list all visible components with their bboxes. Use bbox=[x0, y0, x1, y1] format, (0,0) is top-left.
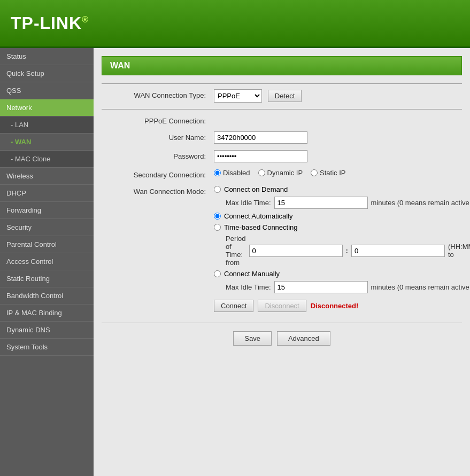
sidebar-item-dhcp[interactable]: DHCP bbox=[0, 185, 94, 202]
wan-connection-type-label: WAN Connection Type: bbox=[107, 89, 214, 99]
username-row: User Name: bbox=[102, 131, 462, 144]
max-idle-time-row-2: Max Idle Time: minutes (0 means remain a… bbox=[226, 281, 470, 293]
sidebar-item-forwarding[interactable]: Forwarding bbox=[0, 202, 94, 219]
connect-manually-radio[interactable] bbox=[214, 270, 221, 277]
sidebar-item-ip-mac-binding[interactable]: IP & MAC Binding bbox=[0, 305, 94, 322]
sidebar-item-dynamic-dns[interactable]: Dynamic DNS bbox=[0, 322, 94, 339]
header: TP-LINK® bbox=[0, 0, 470, 48]
password-input[interactable] bbox=[214, 150, 307, 162]
sidebar: Status Quick Setup QSS Network - LAN - W… bbox=[0, 48, 94, 476]
wan-connection-type-field: PPPoE Detect bbox=[214, 89, 457, 103]
password-label: Password: bbox=[107, 150, 214, 160]
wan-connection-type-select[interactable]: PPPoE bbox=[214, 89, 262, 103]
advanced-button[interactable]: Advanced bbox=[277, 331, 330, 346]
colon-1: : bbox=[346, 247, 348, 255]
sidebar-item-wireless[interactable]: Wireless bbox=[0, 168, 94, 185]
max-idle-time-row-1: Max Idle Time: minutes (0 means remain a… bbox=[226, 197, 470, 209]
sidebar-item-security[interactable]: Security bbox=[0, 219, 94, 236]
secondary-dynamic-radio[interactable] bbox=[258, 169, 265, 176]
top-divider bbox=[102, 83, 462, 84]
secondary-connection-row: Secondary Connection: Disabled Dynamic I… bbox=[102, 169, 462, 179]
wan-connection-mode-label: Wan Connection Mode: bbox=[107, 185, 214, 196]
username-input[interactable] bbox=[214, 131, 307, 144]
time-based-radio[interactable] bbox=[214, 224, 221, 231]
secondary-dynamic-option: Dynamic IP bbox=[258, 169, 303, 177]
max-idle-time-label-1: Max Idle Time: bbox=[226, 199, 271, 207]
pppoe-connection-label: PPPoE Connection: bbox=[107, 115, 214, 125]
connect-manually-label[interactable]: Connect Manually bbox=[224, 270, 280, 278]
secondary-connection-label: Secondary Connection: bbox=[107, 169, 214, 179]
logo-symbol: ® bbox=[82, 15, 89, 24]
secondary-static-option: Static IP bbox=[311, 169, 345, 177]
period-label: Period of Time: from bbox=[226, 235, 246, 267]
sidebar-item-access-control[interactable]: Access Control bbox=[0, 253, 94, 270]
max-idle-time-input-2[interactable] bbox=[274, 281, 368, 293]
sidebar-item-quick-setup[interactable]: Quick Setup bbox=[0, 65, 94, 82]
secondary-connection-radio-group: Disabled Dynamic IP Static IP bbox=[214, 169, 457, 177]
connect-automatically-radio[interactable] bbox=[214, 213, 221, 220]
sidebar-item-bandwidth-control[interactable]: Bandwidth Control bbox=[0, 287, 94, 305]
connect-automatically-row: Connect Automatically bbox=[214, 212, 470, 220]
sidebar-item-mac-clone[interactable]: - MAC Clone bbox=[0, 151, 94, 168]
content-area: WAN WAN Connection Type: PPPoE Detect PP… bbox=[94, 48, 470, 476]
sidebar-item-wan[interactable]: - WAN bbox=[0, 134, 94, 151]
secondary-connection-field: Disabled Dynamic IP Static IP bbox=[214, 169, 457, 177]
password-row: Password: bbox=[102, 150, 462, 162]
max-idle-time-input-1[interactable] bbox=[274, 197, 368, 209]
save-button[interactable]: Save bbox=[233, 331, 272, 346]
page-title: WAN bbox=[102, 56, 462, 75]
mid-divider bbox=[102, 109, 462, 110]
sidebar-item-lan[interactable]: - LAN bbox=[0, 116, 94, 134]
time-from-m-input[interactable] bbox=[351, 245, 445, 257]
hhmm-label-1: (HH:MM) to bbox=[448, 243, 470, 259]
time-based-row: Time-based Connecting bbox=[214, 223, 470, 231]
time-based-label[interactable]: Time-based Connecting bbox=[224, 223, 298, 231]
username-field bbox=[214, 131, 457, 144]
period-of-time-row: Period of Time: from : (HH:MM) to : (HH:… bbox=[226, 235, 470, 267]
pppoe-connection-row: PPPoE Connection: bbox=[102, 115, 462, 125]
connect-manually-row: Connect Manually bbox=[214, 270, 470, 278]
connection-mode-block: Connect on Demand Max Idle Time: minutes… bbox=[214, 185, 470, 312]
connect-on-demand-label[interactable]: Connect on Demand bbox=[224, 185, 288, 193]
sidebar-item-system-tools[interactable]: System Tools bbox=[0, 339, 94, 356]
logo: TP-LINK® bbox=[11, 13, 89, 33]
connect-button[interactable]: Connect bbox=[214, 300, 253, 312]
sidebar-item-qss[interactable]: QSS bbox=[0, 82, 94, 99]
max-idle-time-suffix-1: minutes (0 means remain active at all ti… bbox=[371, 199, 470, 207]
wan-connection-mode-field: Connect on Demand Max Idle Time: minutes… bbox=[214, 185, 470, 312]
detect-button[interactable]: Detect bbox=[268, 90, 302, 102]
secondary-disabled-radio[interactable] bbox=[214, 169, 221, 176]
wan-connection-type-row: WAN Connection Type: PPPoE Detect bbox=[102, 89, 462, 103]
main-layout: Status Quick Setup QSS Network - LAN - W… bbox=[0, 48, 470, 476]
connect-on-demand-row: Connect on Demand bbox=[214, 185, 470, 193]
disconnect-button[interactable]: Disconnect bbox=[258, 300, 306, 312]
secondary-disabled-option: Disabled bbox=[214, 169, 250, 177]
sidebar-item-static-routing[interactable]: Static Routing bbox=[0, 270, 94, 287]
sidebar-item-parental-control[interactable]: Parental Control bbox=[0, 236, 94, 253]
password-field bbox=[214, 150, 457, 162]
secondary-disabled-label[interactable]: Disabled bbox=[223, 169, 250, 177]
sidebar-item-status[interactable]: Status bbox=[0, 48, 94, 65]
max-idle-time-suffix-2: minutes (0 means remain active at all ti… bbox=[371, 283, 470, 291]
bottom-buttons: Save Advanced bbox=[102, 323, 462, 346]
wan-connection-mode-row: Wan Connection Mode: Connect on Demand M… bbox=[102, 185, 462, 312]
time-from-h-input[interactable] bbox=[249, 245, 343, 257]
secondary-static-radio[interactable] bbox=[311, 169, 318, 176]
sidebar-item-network[interactable]: Network bbox=[0, 99, 94, 116]
secondary-dynamic-label[interactable]: Dynamic IP bbox=[267, 169, 303, 177]
connect-on-demand-radio[interactable] bbox=[214, 186, 221, 193]
max-idle-time-label-2: Max Idle Time: bbox=[226, 283, 271, 291]
connect-action-row: Connect Disconnect Disconnected! bbox=[214, 300, 470, 312]
secondary-static-label[interactable]: Static IP bbox=[320, 169, 345, 177]
connect-automatically-label[interactable]: Connect Automatically bbox=[224, 212, 293, 220]
status-text: Disconnected! bbox=[311, 302, 359, 310]
username-label: User Name: bbox=[107, 131, 214, 142]
